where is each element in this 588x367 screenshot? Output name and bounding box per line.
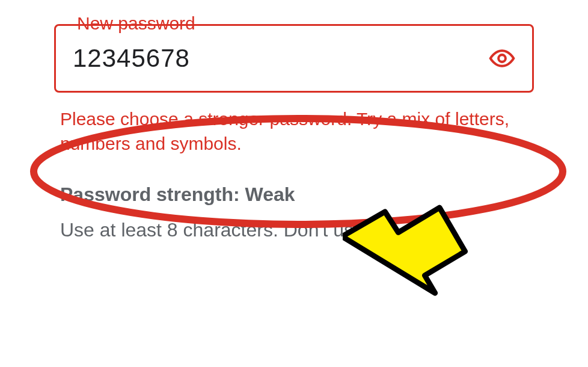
password-field (54, 24, 534, 93)
password-input[interactable] (73, 44, 486, 73)
password-error-message: Please choose a stronger password. Try a… (60, 107, 534, 156)
password-field-wrapper: New password (54, 24, 534, 93)
svg-point-0 (498, 55, 506, 62)
password-strength: Password strength: Weak (60, 184, 534, 206)
password-hint: Use at least 8 characters. Don't use a (60, 217, 534, 244)
eye-icon[interactable] (486, 43, 518, 74)
password-strength-value: Weak (245, 184, 295, 205)
password-strength-label: Password strength: (60, 184, 240, 205)
